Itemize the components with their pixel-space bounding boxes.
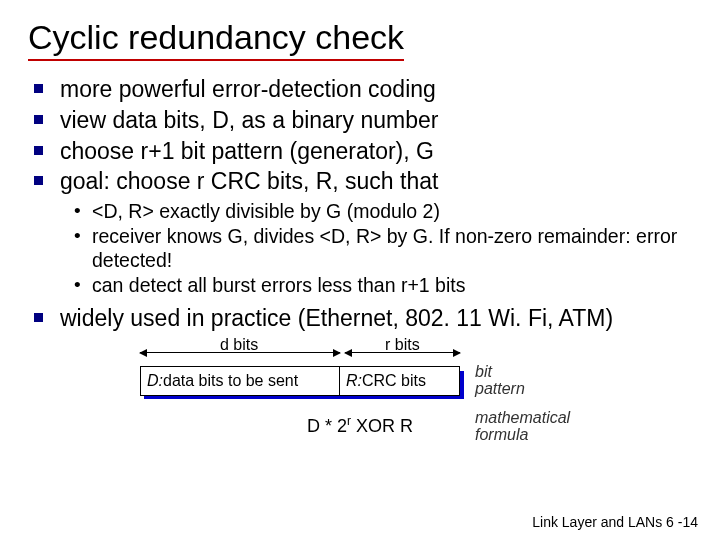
bullet-list-2: widely used in practice (Ethernet, 802. … <box>34 304 692 333</box>
bullet-item: widely used in practice (Ethernet, 802. … <box>34 304 692 333</box>
side-text: bit <box>475 363 492 380</box>
formula-text: D * 2r XOR R <box>307 416 413 436</box>
formula-D: D <box>307 416 320 436</box>
side-text: pattern <box>475 380 525 397</box>
box-row: D: data bits to be sent R: CRC bits bit … <box>140 366 580 396</box>
bullet-item: choose r+1 bit pattern (generator), G <box>34 137 692 166</box>
side-text: formula <box>475 426 528 443</box>
bullet-item: goal: choose r CRC bits, R, such that <box>34 167 692 196</box>
sub-bullet-item: can detect all burst errors less than r+… <box>74 274 692 297</box>
box2-text: CRC bits <box>362 372 426 390</box>
box1-prefix: D: <box>147 372 163 390</box>
box1-text: data bits to be sent <box>163 372 298 390</box>
sub-bullet-item: receiver knows G, divides <D, R> by G. I… <box>74 225 692 272</box>
box-data-bits: D: data bits to be sent <box>140 366 340 396</box>
sub-bullet-item: <D, R> exactly divisible by G (modulo 2) <box>74 200 692 223</box>
crc-diagram: d bits r bits D: data bits to be sent R:… <box>140 342 580 482</box>
sub-bullet-list: <D, R> exactly divisible by G (modulo 2)… <box>74 200 692 298</box>
formula-row: D * 2r XOR R mathematical formula <box>140 414 580 437</box>
label-r-bits: r bits <box>385 336 420 354</box>
box2-prefix: R: <box>346 372 362 390</box>
box-crc-bits: R: CRC bits <box>340 366 460 396</box>
bullet-item: more powerful error-detection coding <box>34 75 692 104</box>
label-d-bits: d bits <box>220 336 258 354</box>
side-text: mathematical <box>475 409 570 426</box>
slide-footer: Link Layer and LANs 6 -14 <box>532 514 698 530</box>
bullet-list: more powerful error-detection coding vie… <box>34 75 692 196</box>
formula-xor: XOR R <box>351 416 413 436</box>
dimension-row: d bits r bits <box>140 342 580 366</box>
slide-title: Cyclic redundancy check <box>28 18 404 61</box>
bullet-item: view data bits, D, as a binary number <box>34 106 692 135</box>
side-label-formula: mathematical formula <box>475 410 570 444</box>
slide: Cyclic redundancy check more powerful er… <box>0 0 720 540</box>
side-label-bit-pattern: bit pattern <box>475 364 525 398</box>
formula-times: * 2 <box>320 416 347 436</box>
